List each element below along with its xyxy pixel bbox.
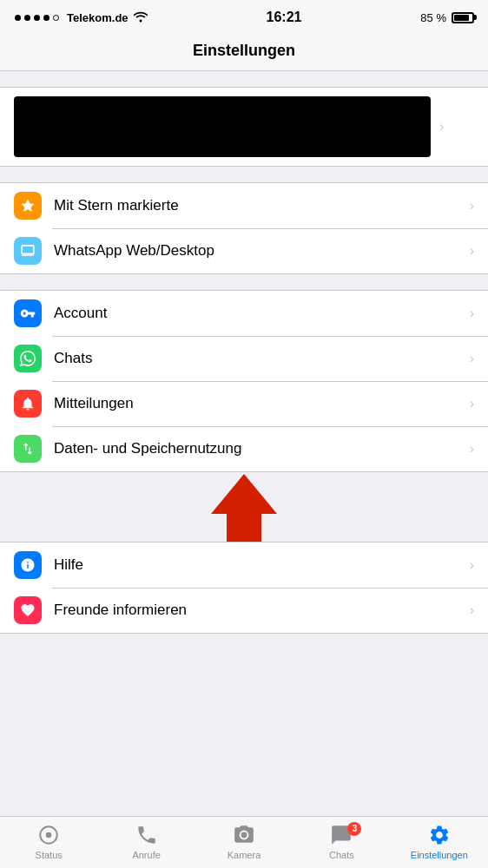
arrows-icon: [14, 435, 42, 463]
key-icon: [14, 299, 42, 327]
whatsapp-icon: [14, 345, 42, 372]
web-desktop-chevron: ›: [470, 243, 474, 259]
notifications-chevron: ›: [470, 396, 474, 411]
tab-calls[interactable]: Anrufe: [97, 817, 195, 868]
signal-dot-2: [24, 15, 30, 21]
battery-percent: 85 %: [420, 11, 446, 24]
battery-icon: [452, 12, 474, 23]
starred-web-section: Mit Stern markierte › WhatsApp Web/Deskt…: [0, 182, 488, 274]
svg-rect-0: [22, 246, 34, 253]
calls-tab-icon-wrap: [134, 825, 160, 848]
web-desktop-label: WhatsApp Web/Desktop: [54, 242, 470, 260]
help-chevron: ›: [470, 557, 474, 573]
battery-area: 85 %: [420, 11, 474, 24]
wifi-icon: [134, 10, 148, 25]
chats-row[interactable]: Chats ›: [0, 336, 488, 381]
heart-icon: [14, 596, 42, 624]
star-icon: [14, 192, 42, 220]
status-time: 16:21: [267, 10, 302, 25]
signal-carrier: Telekom.de: [14, 10, 148, 25]
section-gap-1: [0, 167, 488, 182]
invite-row[interactable]: Freunde informieren ›: [0, 588, 488, 633]
settings-tab-label: Einstellungen: [411, 850, 468, 860]
status-icon: [37, 824, 60, 850]
account-chevron: ›: [470, 306, 474, 321]
camera-icon: [233, 824, 255, 850]
help-invite-section: Hilfe › Freunde informieren ›: [0, 542, 488, 634]
starred-label: Mit Stern markierte: [54, 197, 470, 214]
settings-content: › Mit Stern markierte › WhatsApp Web/Des…: [0, 71, 488, 701]
page-title: Einstellungen: [0, 35, 488, 71]
notifications-row[interactable]: Mitteilungen ›: [0, 381, 488, 426]
main-settings-section: Account › Chats › Mitteilungen › Daten- …: [0, 290, 488, 472]
svg-point-2: [46, 832, 52, 838]
profile-image: [14, 96, 431, 157]
help-label: Hilfe: [54, 556, 470, 574]
starred-row[interactable]: Mit Stern markierte ›: [0, 183, 488, 228]
status-tab-icon-wrap: [36, 825, 62, 848]
profile-row[interactable]: ›: [0, 88, 488, 166]
help-row[interactable]: Hilfe ›: [0, 542, 488, 588]
settings-tab-icon-wrap: [426, 825, 452, 848]
notifications-label: Mitteilungen: [54, 395, 470, 412]
invite-chevron: ›: [470, 602, 474, 618]
signal-dot-3: [34, 15, 40, 21]
arrow-body: [227, 512, 261, 542]
calls-tab-label: Anrufe: [132, 850, 160, 860]
profile-section: ›: [0, 87, 488, 167]
account-label: Account: [54, 305, 470, 322]
signal-dot-5: [53, 15, 59, 21]
data-storage-label: Daten- und Speichernutzung: [54, 440, 470, 457]
status-bar: Telekom.de 16:21 85 %: [0, 0, 488, 35]
signal-dot-4: [43, 15, 49, 21]
tab-settings[interactable]: Einstellungen: [391, 817, 488, 868]
tab-status[interactable]: Status: [0, 817, 97, 868]
red-arrow: [211, 474, 277, 542]
data-storage-row[interactable]: Daten- und Speichernutzung ›: [0, 426, 488, 471]
bell-icon: [14, 390, 42, 418]
phone-icon: [135, 824, 158, 850]
tab-chats[interactable]: 3 Chats: [293, 817, 390, 868]
laptop-icon: [14, 237, 42, 265]
account-row[interactable]: Account ›: [0, 291, 488, 336]
camera-tab-label: Kamera: [228, 850, 261, 860]
tab-camera[interactable]: Kamera: [195, 817, 293, 868]
profile-chevron: ›: [439, 119, 444, 135]
info-icon: [14, 551, 42, 579]
web-desktop-row[interactable]: WhatsApp Web/Desktop ›: [0, 228, 488, 273]
gear-icon: [428, 824, 451, 850]
camera-tab-icon-wrap: [231, 825, 257, 848]
section-gap-bottom: [0, 634, 488, 649]
starred-chevron: ›: [470, 198, 474, 214]
section-gap-top: [0, 71, 488, 87]
arrow-up-shape: [211, 474, 277, 542]
chats-tab-icon-wrap: 3: [328, 825, 354, 848]
signal-dot-1: [15, 15, 21, 21]
tab-bar: Status Anrufe Kamera: [0, 816, 488, 868]
arrow-head: [211, 474, 277, 514]
chats-label: Chats: [54, 350, 470, 367]
carrier-label: Telekom.de: [67, 11, 129, 24]
chats-tab-label: Chats: [329, 850, 354, 860]
section-gap-2: [0, 274, 488, 290]
invite-label: Freunde informieren: [54, 602, 470, 619]
chats-badge: 3: [347, 822, 361, 836]
data-storage-chevron: ›: [470, 441, 474, 457]
status-tab-label: Status: [36, 850, 63, 860]
chats-chevron: ›: [470, 351, 474, 366]
arrow-annotation: [0, 472, 488, 542]
